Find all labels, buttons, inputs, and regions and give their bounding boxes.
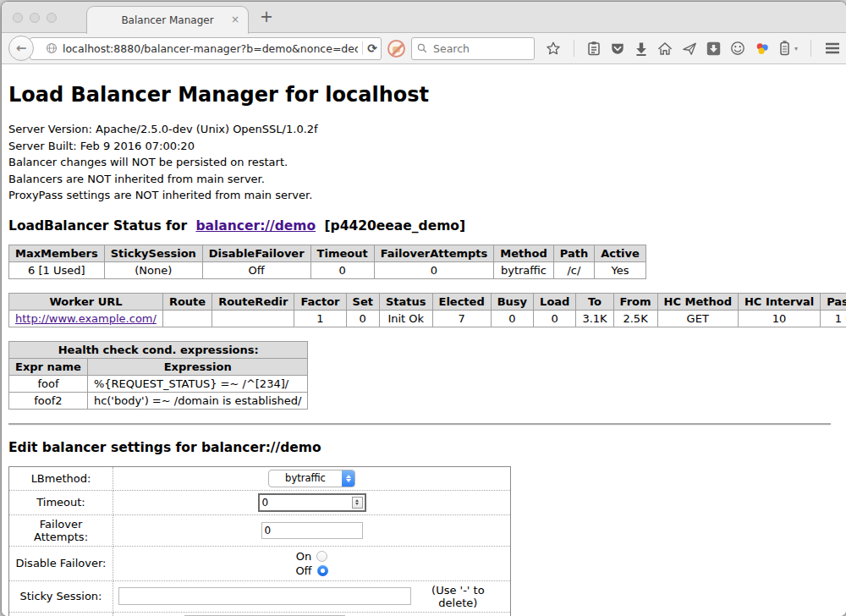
col-hc-interval: HC Interval bbox=[738, 293, 820, 310]
sticky-session-label: Sticky Session: bbox=[9, 580, 113, 612]
lbmethod-select[interactable]: bytraffic bbox=[268, 470, 355, 487]
form-row-add-worker: Add New Worker: Are you sure? bbox=[9, 612, 511, 616]
urlbar-divider bbox=[362, 41, 363, 55]
timeout-input[interactable] bbox=[260, 497, 352, 509]
cell-passes: 1 (0) bbox=[821, 310, 846, 327]
toolbar-separator bbox=[574, 40, 574, 57]
number-spinner-icon[interactable] bbox=[352, 497, 363, 509]
navigation-toolbar: ← localhost:8880/balancer-manager?b=demo… bbox=[2, 33, 846, 64]
cell-elected: 7 bbox=[432, 310, 491, 327]
home-icon[interactable] bbox=[657, 41, 673, 56]
window-minimize-button[interactable] bbox=[30, 13, 40, 23]
form-row-sticky-session: Sticky Session: (Use '-' to delete) bbox=[9, 580, 511, 612]
col-to: To bbox=[576, 293, 613, 310]
timeout-field bbox=[113, 490, 511, 514]
col-routeredir: RouteRedir bbox=[212, 293, 294, 310]
search-bar[interactable] bbox=[411, 37, 535, 60]
note-inherit: Balancers are NOT inherited from main se… bbox=[8, 171, 839, 188]
cell-set: 0 bbox=[346, 310, 379, 327]
battery-icon[interactable] bbox=[779, 41, 790, 56]
disable-failover-label: Disable Failover: bbox=[9, 546, 113, 580]
col-from: From bbox=[613, 293, 657, 310]
pocket-icon[interactable] bbox=[610, 41, 625, 56]
dropdown-caret-icon[interactable]: ▾ bbox=[794, 45, 798, 52]
cell-hc-method: GET bbox=[657, 310, 738, 327]
col-failoverattempts: FailoverAttempts bbox=[374, 245, 494, 261]
col-expr-name: Expr name bbox=[9, 358, 88, 375]
table-row: foof %{REQUEST_STATUS} =~ /^[234]/ bbox=[9, 375, 308, 392]
search-icon bbox=[417, 41, 427, 57]
lbmethod-field: bytraffic bbox=[113, 466, 511, 490]
col-load: Load bbox=[534, 293, 576, 310]
cell-worker-url: http://www.example.com/ bbox=[9, 310, 163, 327]
cell-routeredir bbox=[212, 310, 294, 327]
failover-attempts-field bbox=[113, 514, 511, 546]
server-built: Server Built: Feb 9 2016 07:00:20 bbox=[8, 138, 839, 155]
radio-on-label: On bbox=[296, 549, 311, 564]
search-input[interactable] bbox=[431, 41, 529, 56]
col-factor: Factor bbox=[294, 293, 346, 310]
radio-off[interactable] bbox=[317, 565, 328, 576]
reload-icon[interactable]: ⟳ bbox=[367, 41, 377, 55]
window-close-button[interactable] bbox=[13, 13, 23, 23]
status-heading-prefix: LoadBalancer Status for bbox=[8, 218, 187, 234]
back-button[interactable]: ← bbox=[8, 36, 34, 61]
lbmethod-label: LBmethod: bbox=[9, 466, 113, 490]
form-row-timeout: Timeout: bbox=[9, 490, 511, 514]
cell-from: 2.5K bbox=[613, 310, 657, 327]
url-text[interactable]: localhost:8880/balancer-manager?b=demo&n… bbox=[63, 42, 358, 55]
col-passes: Passes bbox=[821, 293, 846, 310]
tab-balancer-manager[interactable]: Balancer Manager × bbox=[86, 6, 249, 34]
url-bar[interactable]: localhost:8880/balancer-manager?b=demo&n… bbox=[30, 37, 382, 60]
col-method: Method bbox=[494, 245, 553, 261]
cell-failoverattempts: 0 bbox=[374, 261, 494, 278]
send-icon[interactable] bbox=[682, 41, 697, 56]
cell-expr-name: foof2 bbox=[9, 392, 88, 409]
form-row-lbmethod: LBmethod: bytraffic bbox=[9, 466, 511, 490]
sticky-session-input[interactable] bbox=[118, 587, 411, 605]
cell-timeout: 0 bbox=[310, 261, 374, 278]
health-table-title: Health check cond. expressions: bbox=[9, 341, 308, 358]
cell-expr-name: foof bbox=[9, 375, 88, 392]
extension-download-icon[interactable] bbox=[706, 41, 721, 56]
new-tab-button[interactable]: + bbox=[260, 7, 273, 25]
radio-on[interactable] bbox=[316, 551, 327, 562]
note-proxypass: ProxyPass settings are NOT inherited fro… bbox=[8, 187, 839, 204]
sticky-session-note: (Use '-' to delete) bbox=[411, 584, 507, 609]
cell-maxmembers: 6 [1 Used] bbox=[9, 261, 105, 278]
adblock-disabled-icon[interactable] bbox=[387, 40, 405, 58]
disable-failover-field: On Off bbox=[113, 546, 511, 580]
select-stepper-icon[interactable] bbox=[342, 470, 354, 487]
sticky-session-field: (Use '-' to delete) bbox=[113, 580, 511, 612]
worker-url-link[interactable]: http://www.example.com/ bbox=[15, 312, 157, 325]
note-persist: Balancer changes will NOT be persisted o… bbox=[8, 154, 839, 171]
cell-hc-interval: 10 bbox=[738, 310, 820, 327]
edit-balancer-form: LBmethod: bytraffic Timeout: bbox=[8, 466, 511, 616]
bookmark-star-icon[interactable] bbox=[546, 41, 561, 56]
window-zoom-button[interactable] bbox=[47, 13, 57, 23]
server-info: Server Version: Apache/2.5.0-dev (Unix) … bbox=[8, 121, 839, 204]
section-divider bbox=[8, 423, 831, 426]
downloads-icon[interactable] bbox=[634, 41, 648, 56]
col-hc-method: HC Method bbox=[657, 293, 738, 310]
balancer-link[interactable]: balancer://demo bbox=[195, 218, 316, 234]
add-worker-field: Are you sure? bbox=[113, 612, 511, 616]
cell-load: 0 bbox=[534, 310, 576, 327]
cell-route bbox=[162, 310, 212, 327]
failover-attempts-input[interactable] bbox=[261, 522, 363, 539]
table-header-row: Worker URL Route RouteRedir Factor Set S… bbox=[9, 293, 846, 310]
worker-status-table: Worker URL Route RouteRedir Factor Set S… bbox=[8, 293, 846, 327]
menu-icon[interactable] bbox=[824, 41, 841, 55]
colors-icon[interactable] bbox=[755, 41, 770, 56]
tab-close-icon[interactable]: × bbox=[231, 14, 239, 25]
col-path: Path bbox=[553, 245, 594, 261]
col-set: Set bbox=[346, 293, 379, 310]
cell-expression: %{REQUEST_STATUS} =~ /^[234]/ bbox=[87, 375, 308, 392]
table-header-row: Expr name Expression bbox=[9, 358, 308, 375]
smiley-icon[interactable] bbox=[730, 41, 745, 56]
back-icon: ← bbox=[16, 41, 27, 56]
cell-path: /c/ bbox=[553, 261, 594, 278]
server-version: Server Version: Apache/2.5.0-dev (Unix) … bbox=[8, 121, 839, 138]
clipboard-icon[interactable] bbox=[587, 41, 601, 56]
cell-busy: 0 bbox=[491, 310, 533, 327]
